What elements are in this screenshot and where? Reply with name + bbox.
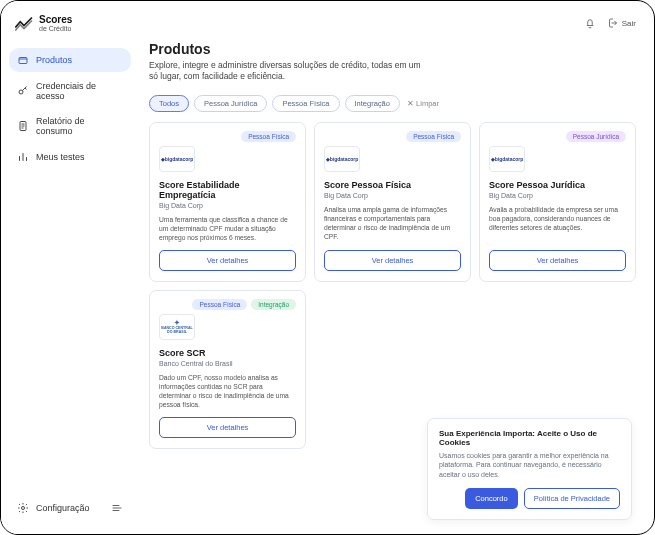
bell-icon[interactable] (584, 17, 596, 29)
sidebar-item-label: Meus testes (36, 152, 85, 162)
provider-logo-text: bigdatacorp (165, 156, 194, 162)
sidebar: Scores de Crédito Produtos Credenciais d… (1, 1, 139, 534)
provider-logo-text: DO BRASIL (167, 331, 187, 335)
product-desc: Avalia a probabilidade da empresa ser um… (489, 205, 626, 242)
box-icon (17, 54, 29, 66)
cookie-title: Sua Experiência Importa: Aceite o Uso de… (439, 429, 620, 447)
main-content: Sair Produtos Explore, integre e adminis… (139, 1, 654, 534)
filter-chip-pj[interactable]: Pessoa Jurídica (194, 95, 267, 112)
provider-logo: ◆ bigdatacorp (159, 146, 195, 172)
tag-pf: Pessoa Física (406, 131, 461, 142)
page-title: Produtos (149, 41, 636, 57)
brand-title: Scores (39, 15, 72, 25)
product-card: Pessoa Física ◆ bigdatacorp Score Estabi… (149, 122, 306, 282)
product-card: Pessoa Física Integração ✦ BANCO CENTRAL… (149, 290, 306, 449)
tag-pj: Pessoa Jurídica (566, 131, 626, 142)
sidebar-item-label: Produtos (36, 55, 72, 65)
sidebar-item-label: Credenciais de acesso (36, 81, 123, 101)
product-title: Score SCR (159, 348, 296, 358)
sidebar-item-relatorio[interactable]: Relatório de consumo (9, 110, 131, 142)
details-button[interactable]: Ver detalhes (324, 250, 461, 271)
provider-logo: ◆ bigdatacorp (324, 146, 360, 172)
provider-logo: ✦ BANCO CENTRAL DO BRASIL (159, 314, 195, 340)
clear-filters[interactable]: ✕ Limpar (407, 99, 439, 108)
details-button[interactable]: Ver detalhes (159, 250, 296, 271)
provider-logo: ◆ bigdatacorp (489, 146, 525, 172)
filter-chip-pf[interactable]: Pessoa Física (272, 95, 339, 112)
logo-mark-icon (15, 17, 33, 31)
filter-bar: Todos Pessoa Jurídica Pessoa Física Inte… (149, 95, 636, 112)
product-desc: Uma ferramenta que classifica a chance d… (159, 215, 296, 242)
provider-logo-text: bigdatacorp (495, 156, 524, 162)
key-icon (17, 85, 29, 97)
filter-chip-integracao[interactable]: Integração (345, 95, 400, 112)
product-provider: Banco Central do Brasil (159, 360, 296, 367)
svg-point-3 (22, 507, 25, 510)
product-provider: Big Data Corp (489, 192, 626, 199)
svg-rect-0 (19, 58, 27, 64)
tag-integracao: Integração (251, 299, 296, 310)
brand-logo: Scores de Crédito (9, 15, 131, 48)
logout-icon (606, 17, 618, 29)
settings-link[interactable]: Configuração (17, 502, 90, 514)
page-subtitle: Explore, integre e administre diversas s… (149, 60, 429, 83)
cookie-banner: Sua Experiência Importa: Aceite o Uso de… (427, 418, 632, 520)
bar-chart-icon (17, 151, 29, 163)
cookie-accept-button[interactable]: Concordo (465, 488, 518, 509)
filter-chip-todos[interactable]: Todos (149, 95, 189, 112)
sidebar-item-produtos[interactable]: Produtos (9, 48, 131, 72)
product-provider: Big Data Corp (159, 202, 296, 209)
tag-pf: Pessoa Física (241, 131, 296, 142)
menu-collapse-icon[interactable] (111, 502, 123, 514)
product-title: Score Estabilidade Empregatícia (159, 180, 296, 200)
svg-point-1 (19, 90, 23, 94)
sidebar-item-label: Relatório de consumo (36, 116, 123, 136)
cookie-body: Usamos cookies para garantir a melhor ex… (439, 451, 620, 479)
product-title: Score Pessoa Jurídica (489, 180, 626, 190)
sidebar-item-credenciais[interactable]: Credenciais de acesso (9, 75, 131, 107)
product-grid: Pessoa Física ◆ bigdatacorp Score Estabi… (149, 122, 636, 449)
clear-filters-label: Limpar (416, 99, 439, 108)
product-title: Score Pessoa Física (324, 180, 461, 190)
logout-button[interactable]: Sair (606, 17, 636, 29)
product-desc: Dado um CPF, nosso modelo analisa as inf… (159, 373, 296, 409)
details-button[interactable]: Ver detalhes (489, 250, 626, 271)
topbar: Sair (149, 13, 636, 33)
tag-pf: Pessoa Física (192, 299, 247, 310)
sidebar-nav: Produtos Credenciais de acesso Relatório… (9, 48, 131, 169)
gear-icon (17, 502, 29, 514)
product-card: Pessoa Física ◆ bigdatacorp Score Pessoa… (314, 122, 471, 282)
product-card: Pessoa Jurídica ◆ bigdatacorp Score Pess… (479, 122, 636, 282)
sidebar-footer: Configuração (9, 496, 131, 520)
provider-logo-text: bigdatacorp (330, 156, 359, 162)
cookie-policy-button[interactable]: Política de Privacidade (524, 488, 620, 509)
sidebar-item-testes[interactable]: Meus testes (9, 145, 131, 169)
details-button[interactable]: Ver detalhes (159, 417, 296, 438)
settings-label: Configuração (36, 503, 90, 513)
logout-label: Sair (622, 19, 636, 28)
brand-subtitle: de Crédito (39, 25, 72, 32)
product-desc: Analisa uma ampla gama de informações fi… (324, 205, 461, 242)
document-icon (17, 120, 29, 132)
product-provider: Big Data Corp (324, 192, 461, 199)
